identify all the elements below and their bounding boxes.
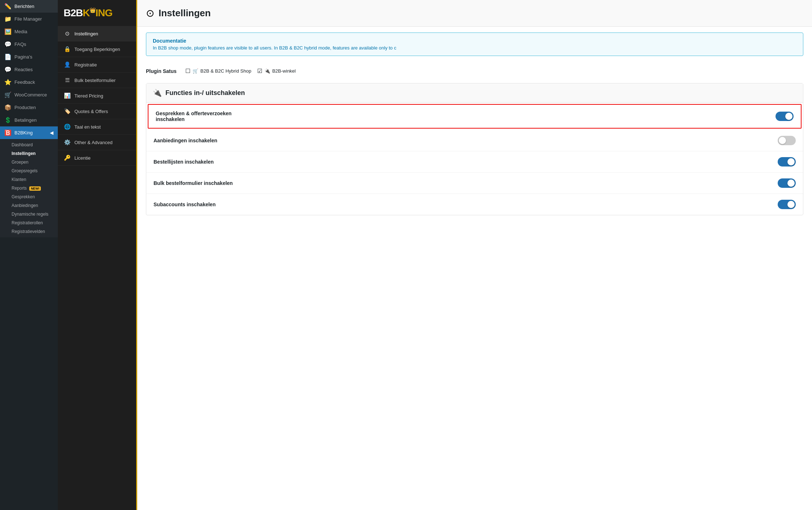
content-area: ⊙ Instellingen Documentatie In B2B shop … [137,0,812,510]
feature-label-bestellijsten: Bestellijsten inschakelen [154,159,214,165]
toggle-track-subaccounts[interactable] [778,200,796,209]
user-icon: 👤 [64,61,71,68]
submenu-groepsregels[interactable]: Groepsregels [0,167,58,175]
toggle-track-bulk[interactable] [778,178,796,188]
plug-icon: 🔌 [153,88,162,97]
gear-icon: ⚙️ [64,139,71,146]
feature-row-bestellijsten: Bestellijsten inschakelen [146,151,803,173]
checkbox-unchecked-icon: ☐ [185,68,190,74]
submenu-dashboard[interactable]: Dashboard [0,141,58,149]
plugin-nav-registratie[interactable]: 👤 Registratie [58,57,136,73]
sidebar-item-woocommerce[interactable]: 🛒 WooCommerce [0,88,58,101]
faq-icon: 💬 [4,41,12,48]
submenu-reports[interactable]: Reports NEW! [0,184,58,193]
feature-row-aanbiedingen: Aanbiedingen inschakelen [146,130,803,151]
sidebar-item-faqs[interactable]: 💬 FAQs [0,38,58,51]
features-section: 🔌 Functies in-/ uitschakelen Gesprekken … [146,83,803,215]
status-b2b-b2c[interactable]: ☐ 🛒 B2B & B2C Hybrid Shop [185,68,251,74]
feature-label-bulk: Bulk bestelformulier inschakelen [154,180,233,186]
toggle-bestellijsten[interactable] [778,157,796,167]
tag-icon: 🏷️ [64,108,71,114]
list-icon: ☰ [64,77,71,83]
plugin-status-label: Plugin Satus [146,68,177,74]
submenu-instellingen[interactable]: Instellingen [0,149,58,158]
doc-text: In B2B shop mode, plugin features are vi… [153,45,796,51]
status-b2b-winkel[interactable]: ☑ 🔌 B2B-winkel [257,68,296,74]
plugin-nav-tiered[interactable]: 📊 Tiered Pricing [58,88,136,104]
sidebar-item-media[interactable]: 🖼️ Media [0,25,58,38]
toggle-thumb-gesprekken [785,113,792,120]
b2b-b2c-icon: 🛒 [193,68,198,74]
comment-icon: 💬 [4,66,12,73]
toggle-gesprekken[interactable] [776,112,794,121]
features-header: 🔌 Functies in-/ uitschakelen [146,83,803,103]
plugin-sidebar: B2BK👑ING ⊙ Instellingen 🔒 Toegang Beperk… [58,0,137,510]
cart-icon: 🛒 [4,91,12,98]
plugin-nav-bulk[interactable]: ☰ Bulk bestelformulier [58,73,136,88]
feature-row-bulk: Bulk bestelformulier inschakelen [146,173,803,194]
feature-label-subaccounts: Subaccounts inschakelen [154,202,216,207]
folder-icon: 📁 [4,16,12,22]
plugin-nav-instellingen[interactable]: ⊙ Instellingen [58,26,136,42]
plugin-nav-other[interactable]: ⚙️ Other & Advanced [58,135,136,150]
page-header-icon: ⊙ [146,7,154,19]
toggle-bulk[interactable] [778,178,796,188]
sidebar-item-feedback[interactable]: ⭐ Feedback [0,76,58,88]
toggle-aanbiedingen[interactable] [778,136,796,145]
submenu-aanbiedingen[interactable]: Aanbiedingen [0,201,58,210]
settings-page: ⊙ Instellingen Documentatie In B2B shop … [137,0,812,510]
submenu-registratievelden[interactable]: Registratievelden [0,227,58,236]
sidebar-item-berichten[interactable]: ✏️ Berichten [0,0,58,13]
submenu-dynamische-regels[interactable]: Dynamische regels [0,210,58,219]
sidebar-item-file-manager[interactable]: 📁 File Manager [0,13,58,25]
documentation-box: Documentatie In B2B shop mode, plugin fe… [146,33,803,56]
submenu-registratierollen[interactable]: Registratierollen [0,219,58,227]
toggle-track-gesprekken[interactable] [776,112,794,121]
sidebar-item-reacties[interactable]: 💬 Reacties [0,63,58,76]
plugin-nav-taal[interactable]: 🌐 Taal en tekst [58,119,136,135]
edit-icon: ✏️ [4,3,12,10]
settings-nav-icon: ⊙ [64,30,71,37]
checkbox-checked-icon: ☑ [257,68,262,74]
new-badge: NEW! [29,186,41,191]
toggle-thumb-bestellijsten [787,158,795,165]
toggle-thumb-bulk [787,180,795,187]
plugin-status-section: Plugin Satus ☐ 🛒 B2B & B2C Hybrid Shop ☑… [137,62,812,80]
sidebar-item-producten[interactable]: 📦 Producten [0,101,58,114]
plugin-nav-toegang[interactable]: 🔒 Toegang Beperkingen [58,42,136,57]
feature-row-gesprekken: Gesprekken & offerteverzoeken inschakele… [148,104,802,129]
toggle-thumb-aanbiedingen [779,137,786,144]
submenu-groepen[interactable]: Groepen [0,158,58,167]
page-title: Instellingen [159,8,211,19]
toggle-track-aanbiedingen[interactable] [778,136,796,145]
sidebar-item-betalingen[interactable]: 💲 Betalingen [0,114,58,126]
arrow-icon: ◀ [50,130,53,135]
b2b-winkel-icon: 🔌 [264,68,270,74]
feature-label-gesprekken: Gesprekken & offerteverzoeken inschakele… [156,111,257,122]
media-icon: 🖼️ [4,28,12,35]
feature-row-subaccounts: Subaccounts inschakelen [146,194,803,215]
submenu-gesprekken[interactable]: Gesprekken [0,193,58,201]
chart-icon: 📊 [64,92,71,99]
b2bking-submenu: Dashboard Instellingen Groepen Groepsreg… [0,139,58,237]
submenu-klanten[interactable]: Klanten [0,175,58,184]
page-icon: 📄 [4,53,12,60]
key-icon: 🔑 [64,155,71,161]
product-icon: 📦 [4,104,12,111]
toggle-subaccounts[interactable] [778,200,796,209]
payment-icon: 💲 [4,117,12,124]
features-title: Functies in-/ uitschakelen [165,89,245,97]
plugin-nav-quotes[interactable]: 🏷️ Quotes & Offers [58,104,136,119]
main-area: B2BK👑ING ⊙ Instellingen 🔒 Toegang Beperk… [58,0,812,510]
toggle-track-bestellijsten[interactable] [778,157,796,167]
doc-title: Documentatie [153,38,796,44]
plugin-logo: B2BK👑ING [58,0,136,26]
plugin-nav-licentie[interactable]: 🔑 Licentie [58,150,136,166]
feature-label-aanbiedingen: Aanbiedingen inschakelen [154,138,217,143]
wp-admin-sidebar: ✏️ Berichten 📁 File Manager 🖼️ Media 💬 F… [0,0,58,510]
toggle-thumb-subaccounts [787,201,795,208]
lock-icon: 🔒 [64,46,71,52]
sidebar-item-b2bking[interactable]: 🅱️ B2BKing ◀ [0,126,58,139]
sidebar-item-paginas[interactable]: 📄 Pagina's [0,51,58,63]
globe-icon: 🌐 [64,124,71,130]
